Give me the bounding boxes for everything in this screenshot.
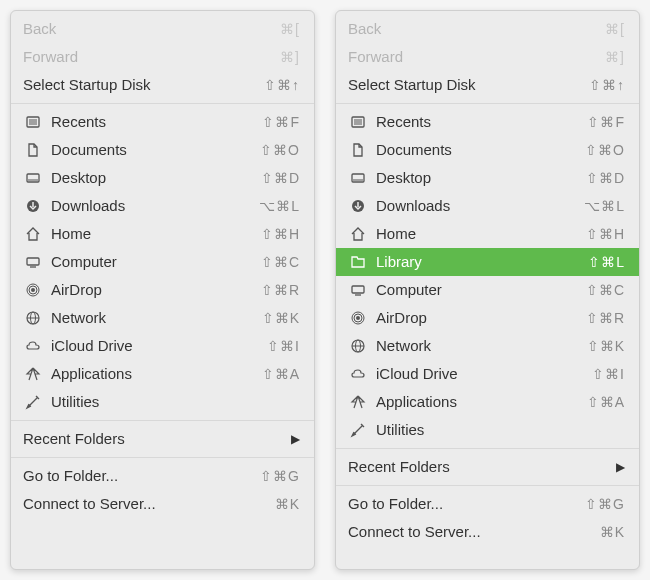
desktop-item[interactable]: Desktop ⇧⌘D <box>336 164 639 192</box>
connect-to-server-item[interactable]: Connect to Server... ⌘K <box>11 490 314 518</box>
utilities-icon <box>348 422 368 438</box>
svg-point-9 <box>31 288 35 292</box>
downloads-item[interactable]: Downloads ⌥⌘L <box>336 192 639 220</box>
computer-icon <box>348 282 368 298</box>
home-icon <box>23 226 43 242</box>
library-icon <box>348 254 368 270</box>
icloud-icon <box>23 338 43 354</box>
desktop-item[interactable]: Desktop ⇧⌘D <box>11 164 314 192</box>
separator <box>336 448 639 449</box>
documents-icon <box>348 142 368 158</box>
submenu-arrow-icon: ▶ <box>291 428 300 450</box>
applications-icon <box>348 394 368 410</box>
separator <box>336 485 639 486</box>
utilities-icon <box>23 394 43 410</box>
svg-rect-7 <box>27 258 39 265</box>
downloads-item[interactable]: Downloads ⌥⌘L <box>11 192 314 220</box>
go-to-folder-item[interactable]: Go to Folder... ⇧⌘G <box>336 490 639 518</box>
select-startup-disk-item[interactable]: Select Startup Disk ⇧⌘↑ <box>336 71 639 99</box>
forward-item: Forward ⌘] <box>336 43 639 71</box>
connect-to-server-item[interactable]: Connect to Server... ⌘K <box>336 518 639 546</box>
go-menu-right: Back ⌘[ Forward ⌘] Select Startup Disk ⇧… <box>335 10 640 570</box>
airdrop-item[interactable]: AirDrop ⇧⌘R <box>11 276 314 304</box>
back-item: Back ⌘[ <box>336 15 639 43</box>
go-menu-left: Back ⌘[ Forward ⌘] Select Startup Disk ⇧… <box>10 10 315 570</box>
library-item[interactable]: Library ⇧⌘L <box>336 248 639 276</box>
utilities-item[interactable]: Utilities <box>336 416 639 444</box>
submenu-arrow-icon: ▶ <box>616 456 625 478</box>
documents-item[interactable]: Documents ⇧⌘O <box>336 136 639 164</box>
home-icon <box>348 226 368 242</box>
recents-item[interactable]: Recents ⇧⌘F <box>336 108 639 136</box>
downloads-icon <box>348 198 368 214</box>
icloud-item[interactable]: iCloud Drive ⇧⌘I <box>336 360 639 388</box>
airdrop-icon <box>348 310 368 326</box>
network-icon <box>348 338 368 354</box>
desktop-icon <box>348 170 368 186</box>
svg-rect-19 <box>352 174 364 182</box>
icloud-item[interactable]: iCloud Drive ⇧⌘I <box>11 332 314 360</box>
go-to-folder-item[interactable]: Go to Folder... ⇧⌘G <box>11 462 314 490</box>
airdrop-item[interactable]: AirDrop ⇧⌘R <box>336 304 639 332</box>
recent-folders-item[interactable]: Recent Folders ▶ <box>11 425 314 453</box>
applications-item[interactable]: Applications ⇧⌘A <box>336 388 639 416</box>
desktop-icon <box>23 170 43 186</box>
utilities-item[interactable]: Utilities <box>11 388 314 416</box>
documents-icon <box>23 142 43 158</box>
documents-item[interactable]: Documents ⇧⌘O <box>11 136 314 164</box>
icloud-icon <box>348 366 368 382</box>
home-item[interactable]: Home ⇧⌘H <box>336 220 639 248</box>
select-startup-disk-item[interactable]: Select Startup Disk ⇧⌘↑ <box>11 71 314 99</box>
separator <box>336 103 639 104</box>
applications-icon <box>23 366 43 382</box>
svg-rect-22 <box>352 286 364 293</box>
separator <box>11 457 314 458</box>
computer-item[interactable]: Computer ⇧⌘C <box>336 276 639 304</box>
network-item[interactable]: Network ⇧⌘K <box>11 304 314 332</box>
applications-item[interactable]: Applications ⇧⌘A <box>11 360 314 388</box>
separator <box>11 103 314 104</box>
separator <box>11 420 314 421</box>
airdrop-icon <box>23 282 43 298</box>
downloads-icon <box>23 198 43 214</box>
back-item: Back ⌘[ <box>11 15 314 43</box>
computer-item[interactable]: Computer ⇧⌘C <box>11 248 314 276</box>
recents-icon <box>348 114 368 130</box>
network-icon <box>23 310 43 326</box>
recents-item[interactable]: Recents ⇧⌘F <box>11 108 314 136</box>
forward-item: Forward ⌘] <box>11 43 314 71</box>
computer-icon <box>23 254 43 270</box>
recents-icon <box>23 114 43 130</box>
home-item[interactable]: Home ⇧⌘H <box>11 220 314 248</box>
network-item[interactable]: Network ⇧⌘K <box>336 332 639 360</box>
svg-rect-4 <box>27 174 39 182</box>
svg-point-24 <box>356 316 360 320</box>
recent-folders-item[interactable]: Recent Folders ▶ <box>336 453 639 481</box>
